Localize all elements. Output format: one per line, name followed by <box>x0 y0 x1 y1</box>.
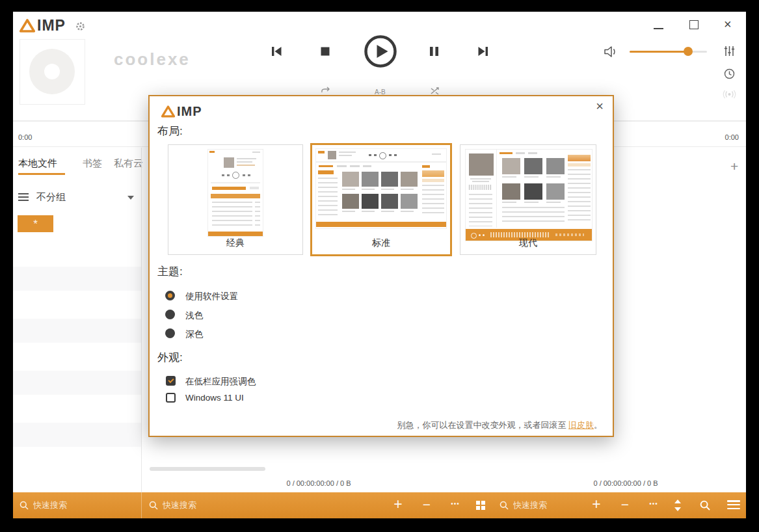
bottom-bar: + − ••• + − ••• <box>13 492 746 518</box>
radio-theme-software[interactable] <box>165 291 175 300</box>
dialog-footer-note: 别急，你可以在设置中改变外观，或者回滚至 旧皮肤。 <box>397 419 602 431</box>
previous-button[interactable] <box>270 45 283 58</box>
checkbox-windows11-ui[interactable] <box>166 393 176 403</box>
layout-preview-modern <box>465 149 593 241</box>
time-remaining: 0:00 <box>713 133 739 141</box>
shuffle-icon[interactable] <box>430 86 440 96</box>
layout-option-label: 现代 <box>460 237 596 249</box>
menu-icon[interactable] <box>727 500 740 511</box>
list-item <box>13 371 141 395</box>
pause-button[interactable] <box>428 45 440 58</box>
maximize-button[interactable] <box>689 20 699 29</box>
add-button[interactable]: + <box>390 496 406 513</box>
search-button[interactable] <box>700 500 710 511</box>
tab-local-files[interactable]: 本地文件 <box>18 157 57 170</box>
left-panel-divider <box>141 148 142 492</box>
layout-option-label: 标准 <box>312 237 450 249</box>
grid-view-icon[interactable] <box>476 501 485 510</box>
watermark: coolexe <box>114 49 191 70</box>
layout-preview-standard <box>315 148 447 229</box>
appearance-dialog: IMP × 布局: <box>148 95 614 437</box>
search-input-left[interactable] <box>32 499 132 511</box>
app-window: IMP × coolexe A-B <box>13 12 746 518</box>
checkbox-accent-bottom-bar-label[interactable]: 在低栏应用强调色 <box>185 376 256 388</box>
checkbox-windows11-ui-label[interactable]: Windows 11 UI <box>185 393 244 403</box>
status-middle: 0 / 00:00:00:00 / 0 B <box>228 479 410 487</box>
dialog-logo-text: IMP <box>177 104 202 119</box>
active-tab-underline <box>18 173 65 175</box>
play-button[interactable] <box>364 34 397 68</box>
time-elapsed: 0:00 <box>18 133 32 141</box>
radio-theme-light[interactable] <box>165 310 175 319</box>
volume-knob[interactable] <box>684 47 693 56</box>
search-input-middle[interactable] <box>161 499 261 511</box>
more-button[interactable]: ••• <box>446 500 464 507</box>
layout-option-label: 经典 <box>168 237 302 249</box>
repeat-icon[interactable] <box>321 86 331 96</box>
add-playlist-button[interactable]: + <box>730 159 738 174</box>
minimize-button[interactable] <box>654 28 663 29</box>
search-input-right[interactable] <box>512 499 586 511</box>
add-button[interactable]: + <box>589 496 604 513</box>
layout-option-classic[interactable]: 经典 <box>168 144 303 255</box>
album-art <box>20 39 85 105</box>
radio-theme-software-label[interactable]: 使用软件设置 <box>185 291 238 302</box>
footer-text: 别急，你可以在设置中改变外观，或者回滚至 <box>397 420 568 430</box>
radio-theme-light-label[interactable]: 浅色 <box>185 310 203 321</box>
search-icon <box>149 501 158 510</box>
app-logo: IMP <box>20 17 66 34</box>
layout-option-standard[interactable]: 标准 <box>310 143 452 256</box>
gear-icon[interactable] <box>75 21 85 31</box>
tab-bookmarks[interactable]: 书签 <box>83 157 102 170</box>
aimp-triangle-icon <box>20 19 35 33</box>
dialog-close-button[interactable]: × <box>596 99 604 114</box>
layout-section-title: 布局: <box>157 124 183 139</box>
grouping-icon[interactable] <box>18 193 29 203</box>
sort-icon[interactable] <box>674 499 682 511</box>
radio-theme-dark[interactable] <box>165 328 175 338</box>
volume-icon[interactable] <box>604 46 618 58</box>
list-item <box>13 319 141 343</box>
app-logo-text: IMP <box>37 17 66 34</box>
dialog-logo: IMP <box>161 104 202 119</box>
remove-button[interactable]: − <box>617 497 633 512</box>
search-icon <box>499 501 509 510</box>
clock-icon[interactable] <box>724 68 735 79</box>
more-button[interactable]: ••• <box>645 500 663 507</box>
list-item <box>13 267 141 291</box>
horizontal-scrollbar[interactable] <box>150 467 265 471</box>
chevron-down-icon[interactable] <box>127 196 134 200</box>
filter-star-button[interactable]: * <box>18 215 53 232</box>
layout-preview-classic <box>207 149 263 237</box>
theme-section-title: 主题: <box>157 264 183 279</box>
appearance-section-title: 外观: <box>157 350 183 365</box>
radio-theme-dark-label[interactable]: 深色 <box>185 328 203 340</box>
status-right: 0 / 00:00:00:00 / 0 B <box>535 479 717 487</box>
next-button[interactable] <box>477 45 490 58</box>
checkbox-accent-bottom-bar[interactable] <box>166 376 176 386</box>
broadcast-icon[interactable] <box>723 90 736 99</box>
list-item <box>13 423 141 447</box>
footer-text-suffix: 。 <box>594 420 602 430</box>
equalizer-icon[interactable] <box>724 46 735 57</box>
stop-button[interactable] <box>319 46 331 57</box>
grouping-select[interactable]: 不分组 <box>36 191 66 204</box>
volume-fill <box>630 51 688 53</box>
search-icon <box>20 501 29 510</box>
close-button[interactable]: × <box>724 17 732 32</box>
old-skin-link[interactable]: 旧皮肤 <box>568 420 594 430</box>
remove-button[interactable]: − <box>419 497 434 512</box>
tab-private-cloud[interactable]: 私有云 <box>114 157 143 170</box>
layout-option-modern[interactable]: 现代 <box>460 144 596 255</box>
